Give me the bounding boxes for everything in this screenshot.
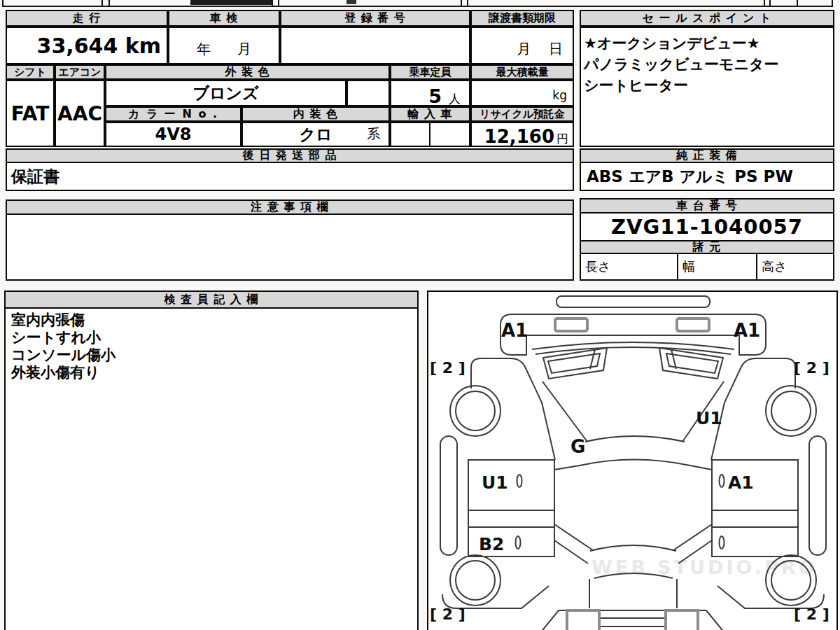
sales-point-header: セ ー ル ス ポ イ ン ト bbox=[580, 10, 834, 27]
tire-mark-front-left: [ 2 ] bbox=[430, 359, 465, 377]
recycle-deposit-header: リサイクル預託金 bbox=[470, 106, 574, 122]
interior-color-name: クロ bbox=[299, 124, 332, 146]
mileage-header: 走 行 bbox=[6, 10, 168, 27]
capacity-header: 乗車定員 bbox=[390, 64, 470, 80]
capacity-unit: 人 bbox=[449, 91, 461, 107]
capacity-value: 5人 bbox=[390, 80, 470, 106]
exterior-color-extra-cell bbox=[346, 80, 390, 106]
damage-code-left-front-door: U1 bbox=[482, 472, 508, 493]
mileage-value: 33,644 km bbox=[6, 27, 168, 64]
spec-length-cell: 長さ bbox=[580, 253, 678, 281]
spec-height-cell: 高さ bbox=[756, 253, 834, 281]
registration-header: 登 録 番 号 bbox=[280, 10, 470, 27]
recycle-deposit-unit: 円 bbox=[556, 131, 568, 147]
color-no-value: 4V8 bbox=[105, 122, 241, 147]
max-load-header: 最大積載量 bbox=[470, 64, 574, 80]
inspector-line: 室内内張傷 bbox=[11, 312, 412, 329]
import-car-header: 輸 入 車 bbox=[390, 106, 470, 122]
shift-header: シフト bbox=[6, 64, 55, 80]
interior-color-header: 内 装 色 bbox=[241, 106, 390, 122]
inspector-line: シートすれ小 bbox=[11, 329, 412, 346]
interior-color-value: クロ 系 bbox=[241, 122, 390, 147]
damage-code-front-left: A1 bbox=[501, 320, 528, 341]
import-car-cell-2 bbox=[429, 122, 470, 147]
damage-code-right-fender: U1 bbox=[696, 408, 722, 428]
transfer-deadline-header: 譲渡書類期限 bbox=[470, 10, 574, 27]
aircon-header: エアコン bbox=[55, 64, 105, 80]
import-car-cell-1 bbox=[390, 122, 430, 147]
exterior-color-value: ブロンズ bbox=[105, 80, 346, 106]
later-parts-value: 保証書 bbox=[6, 162, 574, 191]
inspector-header: 検 査 員 記 入 欄 bbox=[4, 290, 419, 309]
equipment-header: 純 正 装 備 bbox=[580, 148, 834, 163]
recycle-deposit-number: 12,160 bbox=[484, 126, 554, 147]
damage-code-right-front-door: A1 bbox=[728, 472, 754, 493]
shaken-header: 車 検 bbox=[168, 10, 280, 27]
damage-diagram: WEB STUDIO.PRO bbox=[427, 290, 838, 630]
tire-mark-rear-left: [ 2 ] bbox=[430, 606, 465, 623]
notes-header: 注 意 事 項 欄 bbox=[6, 200, 574, 215]
chassis-value: ZVG11-1040057 bbox=[580, 212, 834, 241]
spec-width-cell: 幅 bbox=[677, 253, 757, 281]
sales-point-body: ★オークションデビュー★ パノラミックビューモニター シートヒーター bbox=[580, 27, 834, 147]
damage-code-left-rear-door: B2 bbox=[479, 534, 504, 554]
tire-mark-rear-right: [ 2 ] bbox=[794, 606, 830, 623]
aircon-value: AAC bbox=[55, 80, 105, 147]
chassis-header: 車 台 番 号 bbox=[580, 198, 834, 214]
shaken-value: 年 月 bbox=[168, 27, 280, 64]
interior-color-suffix: 系 bbox=[367, 125, 380, 144]
sales-point-line: シートヒーター bbox=[584, 75, 830, 96]
damage-code-front-right: A1 bbox=[734, 320, 760, 341]
tire-mark-front-right: [ 2 ] bbox=[794, 359, 830, 377]
sales-point-line: ★オークションデビュー★ bbox=[584, 33, 830, 54]
inspector-body: 室内内張傷 シートすれ小 コンソール傷小 外装小傷有り bbox=[4, 307, 419, 630]
later-parts-header: 後 日 発 送 部 品 bbox=[6, 148, 574, 163]
inspector-line: 外装小傷有り bbox=[11, 364, 412, 382]
inspector-line: コンソール傷小 bbox=[11, 346, 412, 364]
car-outline-drawing bbox=[428, 292, 836, 630]
damage-code-glass: G bbox=[570, 436, 585, 457]
exterior-color-header: 外 装 色 bbox=[105, 64, 390, 80]
recycle-deposit-value: 12,160円 bbox=[470, 122, 574, 147]
auction-sheet: 走 行 車 検 登 録 番 号 譲渡書類期限 33,644 km 年 月 月 日… bbox=[0, 0, 840, 630]
max-load-value: kg bbox=[470, 80, 574, 106]
capacity-number: 5 bbox=[428, 85, 442, 107]
transfer-deadline-value: 月 日 bbox=[470, 27, 574, 64]
color-no-header: カ ラ ー N o . bbox=[105, 106, 241, 122]
registration-value bbox=[280, 27, 470, 64]
notes-body bbox=[6, 214, 574, 281]
sales-point-line: パノラミックビューモニター bbox=[584, 54, 830, 75]
specs-header: 諸 元 bbox=[580, 240, 834, 254]
equipment-value: ABS エアB アルミ PS PW bbox=[580, 162, 834, 191]
shift-value: FAT bbox=[6, 80, 55, 147]
